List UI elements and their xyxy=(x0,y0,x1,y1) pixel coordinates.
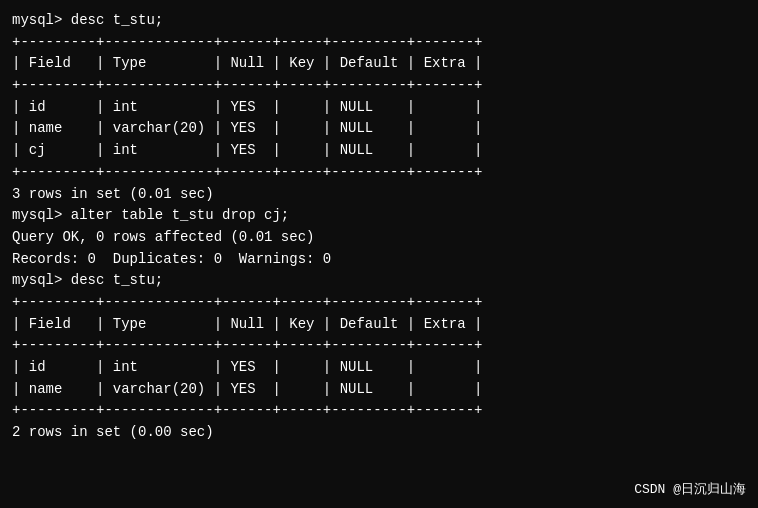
terminal-line: 3 rows in set (0.01 sec) xyxy=(12,184,746,206)
terminal-line: | name | varchar(20) | YES | | NULL | | xyxy=(12,379,746,401)
terminal-line: | Field | Type | Null | Key | Default | … xyxy=(12,314,746,336)
terminal-line: mysql> desc t_stu; xyxy=(12,10,746,32)
terminal-line: 2 rows in set (0.00 sec) xyxy=(12,422,746,444)
terminal-line: +---------+-------------+------+-----+--… xyxy=(12,75,746,97)
terminal-line: | id | int | YES | | NULL | | xyxy=(12,97,746,119)
terminal-line: | id | int | YES | | NULL | | xyxy=(12,357,746,379)
terminal-line: +---------+-------------+------+-----+--… xyxy=(12,400,746,422)
terminal-line: mysql> alter table t_stu drop cj; xyxy=(12,205,746,227)
terminal-line: mysql> desc t_stu; xyxy=(12,270,746,292)
terminal-line: | Field | Type | Null | Key | Default | … xyxy=(12,53,746,75)
terminal-window: mysql> desc t_stu;+---------+-----------… xyxy=(0,0,758,508)
terminal-line: | name | varchar(20) | YES | | NULL | | xyxy=(12,118,746,140)
terminal-line: +---------+-------------+------+-----+--… xyxy=(12,335,746,357)
terminal-line: Query OK, 0 rows affected (0.01 sec) xyxy=(12,227,746,249)
terminal-line: +---------+-------------+------+-----+--… xyxy=(12,292,746,314)
watermark: CSDN @日沉归山海 xyxy=(634,480,746,498)
terminal-line: +---------+-------------+------+-----+--… xyxy=(12,162,746,184)
terminal-line: Records: 0 Duplicates: 0 Warnings: 0 xyxy=(12,249,746,271)
terminal-line: | cj | int | YES | | NULL | | xyxy=(12,140,746,162)
terminal-output: mysql> desc t_stu;+---------+-----------… xyxy=(12,10,746,444)
terminal-line: +---------+-------------+------+-----+--… xyxy=(12,32,746,54)
